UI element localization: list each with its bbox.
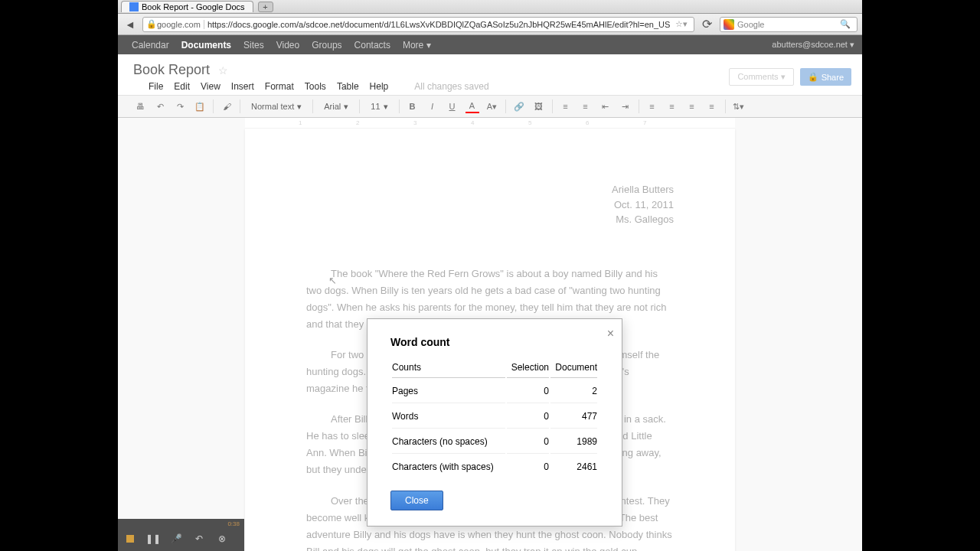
recorder-close-icon[interactable]: ⊗ xyxy=(216,533,228,545)
link-icon[interactable]: 🔗 xyxy=(512,99,526,113)
word-count-table: Counts Selection Document Pages 0 2 Word… xyxy=(390,356,599,480)
gbar-sites[interactable]: Sites xyxy=(237,40,270,51)
menu-file[interactable]: File xyxy=(149,81,163,92)
dialog-title: Word count xyxy=(368,319,622,356)
outdent-icon[interactable]: ⇤ xyxy=(599,99,612,113)
url-host: google.com xyxy=(157,20,204,29)
italic-icon[interactable]: I xyxy=(426,99,439,113)
text-color-icon[interactable]: A xyxy=(466,99,479,113)
menu-view[interactable]: View xyxy=(201,81,220,92)
table-row: Characters (with spaces) 0 2461 xyxy=(392,455,597,478)
browser-address-bar: ◄ 🔒 google.com https://docs.google.com/a… xyxy=(118,14,862,35)
lock-icon: 🔒 xyxy=(808,72,818,82)
bookmark-star-icon[interactable]: ☆▾ xyxy=(675,19,688,29)
reload-button[interactable]: ⟳ xyxy=(699,17,715,31)
bold-icon[interactable]: B xyxy=(406,99,420,113)
document-title[interactable]: Book Report xyxy=(133,62,210,78)
clipboard-icon[interactable]: 📋 xyxy=(193,99,207,113)
lock-icon: 🔒 xyxy=(146,19,157,29)
menu-help[interactable]: Help xyxy=(370,81,389,92)
tab-title: Book Report - Google Docs xyxy=(142,2,245,11)
screen-recorder-bar: 0:38 ❚❚ 🎤 ↶ ⊗ xyxy=(118,519,244,551)
font-dropdown[interactable]: Arial ▾ xyxy=(319,102,353,112)
record-stop-button[interactable] xyxy=(124,533,136,545)
align-center-icon[interactable]: ≡ xyxy=(665,99,679,113)
toolbar: 🖶 ↶ ↷ 📋 🖌 Normal text ▾ Arial ▾ 11 ▾ B I… xyxy=(118,95,862,118)
image-icon[interactable]: 🖼 xyxy=(532,99,546,113)
menu-edit[interactable]: Edit xyxy=(174,81,190,92)
paint-format-icon[interactable]: 🖌 xyxy=(220,99,234,113)
docs-header: Book Report ☆ Comments ▾ 🔒Share File Edi… xyxy=(118,54,862,95)
align-justify-icon[interactable]: ≡ xyxy=(705,99,719,113)
font-size-dropdown[interactable]: 11 ▾ xyxy=(366,102,392,112)
new-tab-button[interactable]: + xyxy=(258,2,273,12)
gbar-documents[interactable]: Documents xyxy=(175,40,237,51)
menu-table[interactable]: Table xyxy=(337,81,359,92)
document-area: 1 2 3 4 5 6 7 Ariella Butters Oct. 11, 2… xyxy=(118,118,862,551)
col-selection: Selection xyxy=(507,357,549,378)
gbar-video[interactable]: Video xyxy=(270,40,305,51)
url-input[interactable]: 🔒 google.com https://docs.google.com/a/s… xyxy=(142,17,694,32)
table-row: Pages 0 2 xyxy=(392,380,597,403)
google-bar: Calendar Documents Sites Video Groups Co… xyxy=(118,35,862,54)
pause-button[interactable]: ❚❚ xyxy=(147,533,159,545)
search-placeholder: Google xyxy=(737,20,840,29)
align-right-icon[interactable]: ≡ xyxy=(685,99,699,113)
close-icon[interactable]: × xyxy=(607,327,614,341)
browser-tab[interactable]: Book Report - Google Docs xyxy=(121,1,253,12)
redo-icon[interactable]: ↷ xyxy=(173,99,187,113)
mic-icon[interactable]: 🎤 xyxy=(170,533,182,545)
bulleted-list-icon[interactable]: ≡ xyxy=(579,99,593,113)
numbered-list-icon[interactable]: ≡ xyxy=(559,99,573,113)
highlight-icon[interactable]: A▾ xyxy=(485,99,499,113)
gbar-groups[interactable]: Groups xyxy=(305,40,348,51)
style-dropdown[interactable]: Normal text ▾ xyxy=(247,102,306,112)
indent-icon[interactable]: ⇥ xyxy=(619,99,632,113)
gbar-more[interactable]: More ▾ xyxy=(397,40,437,51)
docs-favicon xyxy=(129,2,139,11)
menu-tools[interactable]: Tools xyxy=(305,81,326,92)
undo-icon[interactable]: ↶ xyxy=(153,99,167,113)
menu-insert[interactable]: Insert xyxy=(231,81,254,92)
col-document: Document xyxy=(550,357,597,378)
underline-icon[interactable]: U xyxy=(446,99,459,113)
browser-tab-strip: Book Report - Google Docs + xyxy=(118,0,862,14)
search-icon: 🔍 xyxy=(840,19,851,29)
gbar-calendar[interactable]: Calendar xyxy=(126,40,175,51)
url-path: https://docs.google.com/a/sdcoe.net/docu… xyxy=(207,20,672,29)
close-button[interactable]: Close xyxy=(390,491,443,510)
star-icon[interactable]: ☆ xyxy=(218,64,228,77)
gbar-contacts[interactable]: Contacts xyxy=(348,40,397,51)
line-spacing-icon[interactable]: ⇅▾ xyxy=(732,99,746,113)
print-icon[interactable]: 🖶 xyxy=(133,99,147,113)
col-counts: Counts xyxy=(392,357,505,378)
comments-button[interactable]: Comments ▾ xyxy=(729,68,793,86)
menu-format[interactable]: Format xyxy=(265,81,294,92)
table-row: Words 0 477 xyxy=(392,405,597,429)
google-logo-icon xyxy=(724,19,734,30)
recorder-undo-icon[interactable]: ↶ xyxy=(193,533,205,545)
align-left-icon[interactable]: ≡ xyxy=(645,99,659,113)
back-button[interactable]: ◄ xyxy=(122,17,138,32)
word-count-dialog: × Word count Counts Selection Document P… xyxy=(367,318,622,527)
recorder-time: 0:38 xyxy=(227,520,240,527)
share-button[interactable]: 🔒Share xyxy=(800,68,851,86)
gbar-user-email[interactable]: abutters@sdcoe.net ▾ xyxy=(772,40,854,50)
save-status: All changes saved xyxy=(414,81,488,92)
browser-search-input[interactable]: Google 🔍 xyxy=(720,17,858,32)
table-row: Characters (no spaces) 0 1989 xyxy=(392,430,597,454)
